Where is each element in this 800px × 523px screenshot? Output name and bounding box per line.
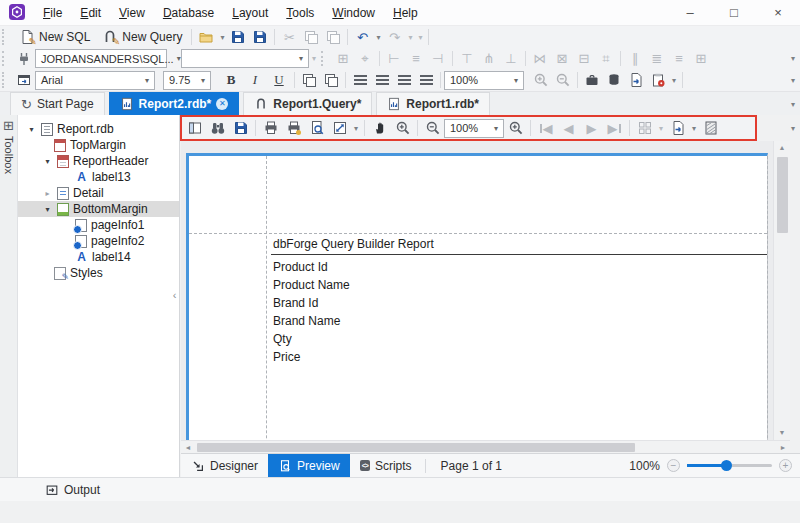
export-document-button[interactable] [666, 118, 689, 138]
chevron-down-icon[interactable]: ▾ [26, 125, 37, 134]
center-horizontal-button[interactable]: ≡ [668, 49, 690, 69]
save-button[interactable] [227, 27, 249, 47]
save-report-button[interactable] [229, 118, 252, 138]
menu-item[interactable]: Help [384, 0, 427, 25]
toolbar-overflow-dropdown[interactable]: ▾ [791, 54, 795, 63]
tree-item-label14[interactable]: A label14 [18, 249, 179, 265]
tab-designer[interactable]: Designer [181, 454, 268, 478]
toolbar-overflow-dropdown[interactable]: ▾ [791, 76, 795, 85]
scroll-down-icon[interactable]: ▼ [779, 426, 786, 440]
paste-button[interactable] [322, 27, 344, 47]
tab-report1-rdb[interactable]: Report1.rdb* [376, 92, 490, 115]
menu-item[interactable]: Database [154, 0, 223, 25]
preview-toolbar-overflow-dropdown[interactable]: ▾ [791, 124, 795, 133]
grid-snap-button[interactable]: ⌗ [595, 49, 617, 69]
toolbar-grip[interactable] [2, 51, 11, 66]
layout-tool-button[interactable]: ⊞ [332, 49, 354, 69]
connection-combo[interactable]: JORDANSANDERS\SQL... ▾ [35, 49, 167, 68]
tree-item-label13[interactable]: A label13 [18, 169, 179, 185]
align-lefts-button[interactable]: ⊢ [383, 49, 405, 69]
database-combo[interactable]: ▾ [181, 49, 309, 68]
page-setup-button[interactable] [305, 118, 328, 138]
print-settings-button[interactable] [282, 118, 305, 138]
search-button[interactable] [206, 118, 229, 138]
chevron-right-icon[interactable]: ▸ [42, 189, 53, 198]
toolbar-grip[interactable] [321, 51, 330, 66]
maximize-button[interactable]: □ [712, 0, 756, 26]
zoom-out-button[interactable] [421, 118, 444, 138]
bring-to-front-button[interactable] [298, 70, 320, 90]
export-dropdown[interactable]: ▾ [689, 124, 699, 133]
space-horizontally-button[interactable]: ∥ [624, 49, 646, 69]
scroll-left-icon[interactable]: ◄ [181, 444, 195, 451]
toolbox-button[interactable] [581, 70, 603, 90]
new-sql-button[interactable]: ✎ New SQL [13, 27, 96, 47]
underline-button[interactable]: U [267, 70, 291, 90]
tree-item-page-info2[interactable]: pageInfo2 [18, 233, 179, 249]
multiple-pages-button[interactable] [633, 118, 656, 138]
export-report-button[interactable] [625, 70, 647, 90]
chevron-down-icon[interactable]: ▾ [42, 205, 53, 214]
connection-button[interactable] [13, 49, 35, 69]
menu-item[interactable]: File [34, 0, 71, 25]
zoom-out-button[interactable] [552, 70, 574, 90]
redo-dropdown[interactable]: ▾ [405, 33, 415, 42]
undo-dropdown[interactable]: ▾ [373, 33, 383, 42]
menu-item[interactable]: Layout [223, 0, 277, 25]
previous-page-button[interactable]: ◀ [557, 118, 580, 138]
menu-item[interactable]: Tools [277, 0, 323, 25]
zoom-combo[interactable]: 100% ▾ [444, 71, 524, 90]
zoom-in-button[interactable] [504, 118, 527, 138]
database-split-dropdown[interactable]: ▾ [309, 54, 319, 63]
save-all-button[interactable] [249, 27, 271, 47]
tree-item-page-info1[interactable]: pageInfo1 [18, 217, 179, 233]
center-vertical-button[interactable]: ⊞ [690, 49, 712, 69]
same-height-button[interactable]: ⊠ [551, 49, 573, 69]
parameters-panel-button[interactable] [183, 118, 206, 138]
align-text-right-button[interactable] [393, 70, 415, 90]
tab-overflow-dropdown[interactable]: ▾ [791, 100, 795, 109]
zoom-slider-thumb[interactable] [721, 460, 732, 471]
align-rights-button[interactable]: ⊣ [427, 49, 449, 69]
chevron-down-icon[interactable]: ▾ [42, 157, 53, 166]
tab-preview[interactable]: Preview [268, 454, 350, 478]
menu-item[interactable]: View [110, 0, 154, 25]
open-file-dropdown[interactable]: ▾ [217, 33, 227, 42]
tree-item-detail[interactable]: ▸ Detail [18, 185, 179, 201]
minimize-button[interactable]: – [668, 0, 712, 26]
tree-item-top-margin[interactable]: TopMargin [18, 137, 179, 153]
zoom-in-button[interactable]: + [779, 459, 792, 472]
copy-button[interactable] [300, 27, 322, 47]
zoom-slider[interactable] [687, 464, 772, 467]
space-vertically-button[interactable]: ≣ [646, 49, 668, 69]
align-centers-button[interactable]: ≡ [405, 49, 427, 69]
tab-scripts[interactable]: <> Scripts [350, 454, 422, 478]
more-dropdown[interactable]: ▾ [415, 33, 425, 42]
hand-tool-button[interactable] [368, 118, 391, 138]
justify-text-button[interactable] [415, 70, 437, 90]
next-page-button[interactable]: ▶ [580, 118, 603, 138]
zoom-out-button[interactable]: − [667, 459, 680, 472]
align-text-center-button[interactable] [371, 70, 393, 90]
output-panel-bar[interactable]: Output [0, 477, 800, 501]
tab-start-page[interactable]: ↻ Start Page [10, 92, 105, 115]
menu-item[interactable]: Window [323, 0, 384, 25]
toolbar-grip[interactable] [2, 29, 11, 44]
print-button[interactable] [259, 118, 282, 138]
font-name-combo[interactable]: Arial ▾ [35, 71, 155, 90]
redo-button[interactable]: ↷ [383, 27, 405, 47]
vertical-scrollbar[interactable]: ▲ ▼ [773, 141, 790, 440]
same-size-button[interactable]: ⊟ [573, 49, 595, 69]
undo-button[interactable]: ↶ [351, 27, 373, 47]
scroll-up-icon[interactable]: ▲ [779, 141, 786, 155]
italic-button[interactable]: I [243, 70, 267, 90]
multiple-pages-dropdown[interactable]: ▾ [656, 124, 666, 133]
cut-button[interactable]: ✂ [278, 27, 300, 47]
menu-item[interactable]: Edit [71, 0, 110, 25]
open-file-button[interactable] [195, 27, 217, 47]
tree-item-styles[interactable]: Styles [18, 265, 179, 281]
send-to-back-button[interactable] [320, 70, 342, 90]
scale-to-fit-button[interactable] [328, 118, 351, 138]
align-middles-button[interactable]: ⋔ [478, 49, 500, 69]
close-button[interactable]: × [756, 0, 800, 26]
